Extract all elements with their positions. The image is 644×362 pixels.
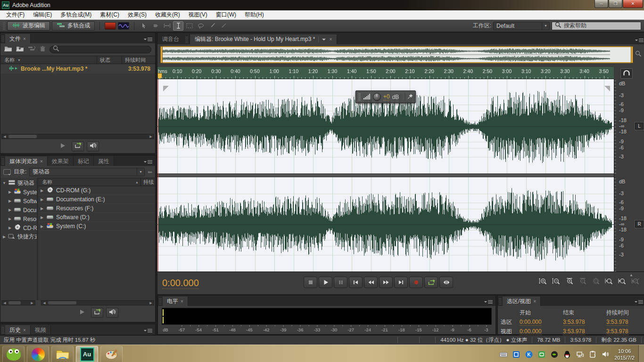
- minimize-button[interactable]: ─: [594, 0, 608, 8]
- tree-item-cd-rom-g-[interactable]: ▶CD-ROM (G:): [0, 223, 37, 232]
- restore-button[interactable]: ❐: [609, 0, 622, 8]
- fade-in-handle[interactable]: [163, 86, 169, 91]
- drive-row-resources-f-[interactable]: ▶Resources (F:): [38, 204, 155, 213]
- end-value[interactable]: 3:53.978: [563, 319, 585, 326]
- tab-effects-rack[interactable]: 效果架: [48, 156, 74, 166]
- overview-right-handle[interactable]: [631, 46, 633, 63]
- drive-row-documentation-e-[interactable]: ▶Documentation (E:): [38, 195, 155, 204]
- open-file-icon[interactable]: [4, 45, 12, 54]
- panel-menu-icon[interactable]: [141, 37, 155, 43]
- trash-icon[interactable]: [40, 45, 46, 54]
- zoom-in-amplitude-button[interactable]: [538, 278, 547, 285]
- move-tool[interactable]: [139, 21, 149, 31]
- panel-menu-icon[interactable]: [481, 300, 495, 306]
- menu-help[interactable]: 帮助(H): [240, 10, 268, 19]
- workspace-select[interactable]: Default ▼: [493, 22, 550, 30]
- close-button[interactable]: ✕: [623, 0, 643, 8]
- panel-menu-icon[interactable]: [141, 160, 155, 166]
- end-value[interactable]: 3:53.978: [563, 328, 585, 335]
- volume-hud[interactable]: +0 dB: [355, 90, 416, 103]
- playhead-time[interactable]: 0:00.000: [162, 277, 199, 289]
- transport-go-end-button[interactable]: [394, 277, 408, 288]
- menu-clip[interactable]: 素材(C): [96, 10, 124, 19]
- hud-grip[interactable]: [358, 93, 361, 101]
- zoom-out-time-button[interactable]: [578, 278, 587, 285]
- close-icon[interactable]: ×: [329, 37, 332, 42]
- expand-icon[interactable]: ▶: [40, 206, 44, 211]
- tab-media-browser[interactable]: 媒体浏览器×: [5, 156, 48, 166]
- column-status[interactable]: 状态: [97, 57, 122, 64]
- headphone-monitor-icon[interactable]: [620, 68, 633, 79]
- menu-multitrack[interactable]: 多轨合成(M): [56, 10, 96, 19]
- start-value[interactable]: 0:00.000: [520, 328, 542, 335]
- expand-icon[interactable]: ▶: [40, 224, 44, 229]
- zoom-full-button[interactable]: [591, 278, 600, 285]
- files-hscrollbar[interactable]: ◀▶: [1, 134, 154, 139]
- overview-left-handle[interactable]: [160, 46, 163, 63]
- docs-blue-tray-icon[interactable]: [512, 350, 520, 359]
- taskbar-paint-button[interactable]: [100, 346, 123, 362]
- tab-history[interactable]: 历史×: [5, 325, 31, 335]
- fade-out-handle[interactable]: [604, 86, 610, 91]
- transport-go-start-button[interactable]: [349, 277, 363, 288]
- insert-multitrack-icon[interactable]: [28, 45, 36, 54]
- tab-editor[interactable]: 编辑器: Brooke White - Hold Up My Heart.mp3…: [190, 34, 337, 44]
- zoom-in-point-button[interactable]: [604, 278, 613, 285]
- toolbar-grip[interactable]: [3, 22, 5, 30]
- taskbar-browser-button[interactable]: [27, 346, 49, 362]
- expand-icon[interactable]: ▶: [8, 217, 12, 221]
- preview-autoplay-button[interactable]: [106, 308, 118, 318]
- transport-forward-button[interactable]: [379, 277, 393, 288]
- clipboard-tray-icon[interactable]: [588, 350, 597, 359]
- close-icon[interactable]: ×: [533, 299, 536, 304]
- expand-icon[interactable]: ▶: [8, 190, 12, 194]
- column-duration[interactable]: 持续: [141, 179, 155, 186]
- spectral-pitch-button[interactable]: [118, 22, 129, 30]
- close-icon[interactable]: ×: [23, 328, 26, 333]
- tab-video[interactable]: 视频: [31, 325, 51, 335]
- transport-rewind-button[interactable]: [364, 277, 378, 288]
- menu-favorites[interactable]: 收藏夹(R): [151, 10, 184, 19]
- menu-effects[interactable]: 效果(S): [124, 10, 151, 19]
- marquee-tool[interactable]: [184, 21, 195, 31]
- panel-menu-icon[interactable]: [632, 38, 644, 44]
- file-row[interactable]: Brooke ...My Heart.mp3 * 3:53.978: [0, 64, 155, 74]
- lasso-tool[interactable]: [196, 21, 206, 31]
- menu-edit[interactable]: 编辑(E): [29, 10, 56, 19]
- close-icon[interactable]: ×: [181, 299, 183, 304]
- hud-gain-value[interactable]: +0: [383, 93, 390, 100]
- qq-tray-icon[interactable]: [563, 350, 571, 359]
- chevron-down-icon[interactable]: [322, 39, 326, 42]
- tab-mixer[interactable]: 调音台: [157, 34, 184, 44]
- column-duration[interactable]: 持续时间: [122, 57, 155, 64]
- taskbar-cut-the-rope-button[interactable]: [2, 346, 25, 362]
- tab-properties[interactable]: 属性: [94, 156, 114, 166]
- close-icon[interactable]: ×: [40, 159, 43, 164]
- channel-badge-l[interactable]: L: [635, 123, 644, 130]
- network-tray-icon[interactable]: [576, 350, 584, 359]
- transport-record-button[interactable]: [409, 277, 423, 288]
- channel-badge-r[interactable]: R: [635, 221, 644, 228]
- scrollbar-up-arrow[interactable]: ▲: [629, 273, 633, 277]
- tree-item-system-c-[interactable]: ▶System (C:): [0, 188, 37, 197]
- taskbar-file-explorer-button[interactable]: [51, 346, 74, 362]
- tab-files[interactable]: 文件×: [5, 34, 31, 43]
- waveform-canvas[interactable]: [157, 79, 614, 272]
- drive-row-software-d-[interactable]: ▶Software (D:): [38, 213, 155, 222]
- column-name[interactable]: 名称: [42, 179, 52, 186]
- tree-item-resources-f-[interactable]: ▶Resources (F:): [0, 214, 37, 223]
- tree-item--[interactable]: ▶快捷方式: [0, 232, 37, 241]
- preview-loop-button[interactable]: [91, 308, 103, 318]
- show-desktop-button[interactable]: [638, 345, 644, 362]
- import-file-icon[interactable]: [16, 45, 24, 54]
- menu-file[interactable]: 文件(F): [2, 10, 29, 19]
- preview-play-button[interactable]: [57, 141, 69, 151]
- collapse-icon[interactable]: ▼: [2, 181, 6, 185]
- preview-autoplay-button[interactable]: [87, 141, 99, 151]
- preview-play-button[interactable]: [76, 308, 88, 318]
- expand-icon[interactable]: ▶: [40, 197, 44, 202]
- list-hscrollbar[interactable]: ◀▶: [41, 300, 154, 305]
- waveform-editor-button[interactable]: 波形编辑: [7, 21, 50, 31]
- panel-menu-icon[interactable]: [141, 329, 155, 335]
- multitrack-button[interactable]: 多轨合成: [52, 21, 95, 31]
